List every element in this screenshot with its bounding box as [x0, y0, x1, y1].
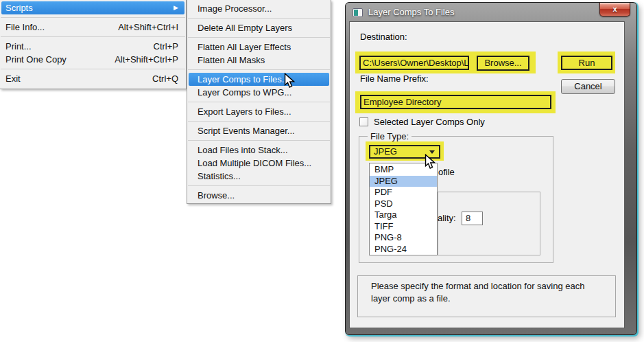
menu-shortcut: Ctrl+P [141, 40, 178, 53]
menu-item-label: Layer Comps to Files... [198, 73, 289, 86]
option-jpeg[interactable]: JPEG [370, 176, 437, 187]
menu-shortcut: Alt+Shift+Ctrl+I [106, 21, 178, 34]
option-pdf[interactable]: PDF [370, 187, 437, 198]
option-png-24[interactable]: PNG-24 [370, 244, 437, 255]
option-bmp[interactable]: BMP [370, 164, 437, 176]
submenu-item-export-layers-to-files[interactable]: Export Layers to Files... [189, 105, 329, 118]
cancel-button[interactable]: Cancel [561, 79, 615, 94]
submenu-item-layer-comps-to-files[interactable]: Layer Comps to Files... [189, 73, 329, 86]
menu-item-print[interactable]: Print... Ctrl+P [1, 40, 184, 53]
submenu-item-delete-all-empty-layers[interactable]: Delete All Empty Layers [189, 21, 329, 34]
submenu-arrow-icon: ▶ [174, 1, 178, 14]
menu-separator [1, 36, 185, 37]
menu-item-label: Load Files into Stack... [198, 144, 288, 157]
run-button[interactable]: Run [561, 56, 612, 70]
menu-separator [188, 140, 330, 141]
selected-layer-comps-only-checkbox[interactable] [359, 117, 368, 126]
menu-item-label: Scripts [5, 1, 33, 14]
quality-input[interactable]: 8 [462, 212, 483, 225]
submenu-item-statistics[interactable]: Statistics... [189, 170, 329, 183]
scripts-submenu: Image Processor... Delete All Empty Laye… [187, 0, 331, 204]
menu-item-label: Delete All Empty Layers [198, 21, 292, 34]
menu-separator [1, 17, 185, 18]
layer-comps-to-files-dialog: Layer Comps To Files x Destination: C:\U… [345, 2, 637, 335]
dialog-titlebar: Layer Comps To Files x [346, 3, 636, 22]
menu-item-label: Script Events Manager... [198, 124, 295, 137]
menu-item-label: Statistics... [198, 170, 241, 183]
file-menu: Scripts ▶ File Info... Alt+Shift+Ctrl+I … [0, 0, 187, 89]
menu-item-label: Load Multiple DICOM Files... [198, 157, 311, 170]
dialog-client-area: Destination: C:\Users\Owner\Desktop\La B… [350, 22, 624, 328]
menu-item-exit[interactable]: Exit Ctrl+Q [1, 72, 184, 85]
submenu-item-browse[interactable]: Browse... [189, 189, 329, 202]
option-tiff[interactable]: TIFF [370, 221, 437, 233]
menu-separator [1, 69, 185, 69]
menu-item-label: Print... [5, 40, 32, 53]
close-button[interactable]: x [599, 3, 630, 16]
quality-label-partial: ality: [438, 213, 456, 223]
menu-separator [188, 102, 330, 102]
browse-button[interactable]: Browse... [477, 56, 529, 71]
menu-item-label: Export Layers to Files... [198, 105, 291, 118]
menu-separator [188, 121, 330, 122]
file-type-selected-value: JPEG [374, 146, 397, 157]
screenshot-root: { "colors": { "annotation_yellow": "#ece… [0, 0, 644, 342]
menu-item-label: Flatten All Layer Effects [198, 41, 291, 54]
menu-item-label: Print One Copy [5, 53, 67, 66]
submenu-item-load-multiple-dicom-files[interactable]: Load Multiple DICOM Files... [189, 157, 329, 170]
file-type-dropdown[interactable]: JPEG [369, 145, 440, 159]
file-type-options-list: BMP JPEG PDF PSD Targa TIFF PNG-8 PNG-24 [369, 163, 438, 255]
submenu-item-flatten-all-masks[interactable]: Flatten All Masks [189, 54, 329, 67]
menu-separator [188, 18, 330, 19]
menu-shortcut: Ctrl+Q [140, 72, 178, 85]
destination-input[interactable]: C:\Users\Owner\Desktop\La [359, 56, 469, 70]
file-name-prefix-input[interactable]: Employee Directory [360, 95, 551, 109]
chevron-down-icon [429, 150, 435, 154]
submenu-item-flatten-all-layer-effects[interactable]: Flatten All Layer Effects [189, 41, 329, 54]
option-png-8[interactable]: PNG-8 [370, 232, 437, 244]
menu-item-scripts[interactable]: Scripts ▶ [1, 1, 184, 14]
file-name-prefix-label: File Name Prefix: [360, 73, 429, 84]
selected-layer-comps-only-label: Selected Layer Comps Only [374, 117, 485, 127]
file-type-label: File Type: [368, 131, 412, 141]
destination-label: Destination: [360, 32, 407, 42]
submenu-item-layer-comps-to-wpg[interactable]: Layer Comps to WPG... [189, 86, 329, 99]
window-icon [353, 8, 363, 17]
icc-profile-label-partial: ofile [438, 167, 455, 177]
menu-item-label: Flatten All Masks [198, 54, 265, 67]
submenu-item-image-processor[interactable]: Image Processor... [189, 2, 329, 15]
menu-item-label: Exit [5, 72, 21, 85]
option-targa[interactable]: Targa [370, 209, 437, 221]
option-psd[interactable]: PSD [370, 198, 437, 210]
menu-separator [188, 69, 330, 70]
menu-item-print-one-copy[interactable]: Print One Copy Alt+Shift+Ctrl+P [1, 53, 184, 66]
menu-item-label: File Info... [5, 21, 45, 34]
menu-shortcut: Alt+Shift+Ctrl+P [102, 53, 178, 66]
menu-separator [188, 37, 330, 38]
menu-item-label: Layer Comps to WPG... [198, 86, 291, 99]
menu-item-label: Image Processor... [198, 2, 272, 15]
jpeg-options-group [438, 192, 540, 255]
menu-item-file-info[interactable]: File Info... Alt+Shift+Ctrl+I [1, 21, 184, 34]
menu-item-label: Browse... [198, 189, 235, 202]
dialog-title: Layer Comps To Files [368, 7, 454, 17]
menu-separator [188, 185, 330, 186]
submenu-item-script-events-manager[interactable]: Script Events Manager... [189, 124, 329, 137]
submenu-item-load-files-into-stack[interactable]: Load Files into Stack... [189, 144, 329, 157]
dialog-message: Please specify the format and location f… [357, 275, 616, 317]
